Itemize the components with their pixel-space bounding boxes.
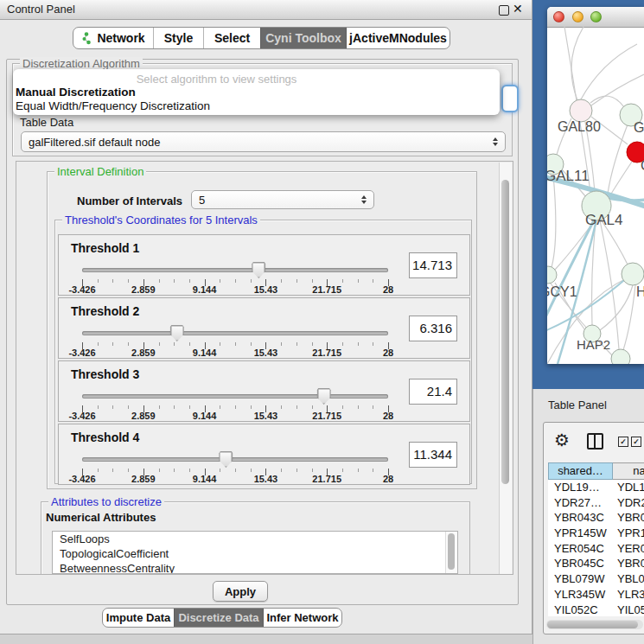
threshold-slider[interactable] (82, 387, 388, 405)
slider-thumb[interactable] (170, 325, 184, 341)
tick-label: -3.426 (68, 284, 95, 295)
threshold-slider[interactable] (82, 450, 388, 468)
network-node[interactable] (611, 349, 630, 364)
tick-label: 21.715 (312, 474, 341, 484)
settings-scroll-panel: Interval Definition Number of Intervals … (16, 161, 513, 575)
tab-discretize-data[interactable]: Discretize Data (174, 609, 264, 627)
window-title: Control Panel (7, 3, 75, 16)
number-of-intervals-combobox[interactable]: 5 (191, 190, 374, 209)
tick-label: 15.43 (254, 411, 278, 421)
table-row[interactable]: YDR27…YDR27 (548, 495, 644, 511)
tab-impute-data-label: Impute Data (106, 611, 170, 624)
threshold-value-field[interactable]: 6.316 (409, 316, 457, 341)
tick-label: -3.426 (68, 348, 95, 358)
network-edge[interactable] (600, 220, 619, 349)
gear-icon[interactable]: ⚙ (554, 430, 570, 450)
tab-jactivemnodules[interactable]: jActiveMNodules (347, 28, 450, 48)
algorithm-combobox[interactable] (501, 85, 519, 112)
network-edge[interactable] (571, 27, 583, 100)
tick-label: -3.426 (68, 411, 95, 421)
table-panel-title: Table Panel (548, 399, 607, 411)
minimize-traffic-light-icon[interactable] (572, 11, 583, 22)
tab-select[interactable]: Select (203, 28, 260, 48)
table-row[interactable]: YBR043CYBR04 (548, 510, 644, 526)
number-of-intervals-value: 5 (192, 194, 358, 207)
combo-spinner-icon[interactable] (358, 195, 370, 204)
threshold-value-field[interactable]: 21.4 (409, 379, 457, 405)
apply-button[interactable]: Apply (213, 581, 268, 602)
tick-label: 28 (383, 284, 393, 295)
thresholds-group: Threshold's Coordinates for 5 Intervals … (54, 220, 472, 484)
threshold-slider[interactable] (82, 324, 388, 341)
network-edge[interactable] (590, 96, 624, 107)
close-traffic-light-icon[interactable] (553, 11, 564, 22)
settings-vertical-scrollbar[interactable] (499, 163, 512, 574)
table-cell: YBL079W (548, 571, 613, 587)
algorithm-option-equal-width-frequency[interactable]: Equal Width/Frequency Discretization (13, 99, 500, 113)
discretization-algorithm-group-label: Discretization Algorithm (20, 57, 143, 70)
tab-infer-network[interactable]: Infer Network (264, 609, 341, 627)
table-rows: YDL19…YDL19YDR27…YDR27YBR043CYBR04YPR145… (548, 480, 644, 616)
table-column-header[interactable]: name (613, 462, 644, 480)
attribute-list-item[interactable]: BetweennessCentrality (53, 561, 457, 574)
close-icon[interactable]: ✕ (513, 2, 523, 16)
slider-track[interactable] (82, 394, 388, 399)
network-node-label: H (636, 284, 644, 299)
network-edge[interactable] (551, 175, 556, 271)
table-row[interactable]: YIL052CYIL05 (548, 603, 644, 617)
attributes-group: Attributes to discretize Numerical Attri… (41, 501, 470, 575)
table-row[interactable]: YBR045CYBR04 (548, 556, 644, 571)
settings-scrollbar-thumb[interactable] (501, 180, 509, 484)
table-cell: YBR04 (613, 556, 644, 571)
tab-style[interactable]: Style (153, 28, 203, 48)
number-of-intervals-label: Number of Intervals (77, 194, 182, 207)
table-cell: YDR27 (613, 495, 644, 511)
list-scrollbar-thumb[interactable] (448, 533, 455, 570)
attribute-list-item[interactable]: TopologicalCoefficient (53, 546, 457, 561)
network-desktop-area: GAL80GACGAL11GAL4GCY1HHAP2 (532, 0, 644, 389)
tab-cyni-toolbox[interactable]: Cyni Toolbox (260, 28, 347, 48)
network-view-window[interactable]: GAL80GACGAL11GAL4GCY1HHAP2 (547, 7, 644, 364)
zoom-traffic-light-icon[interactable] (590, 11, 602, 22)
threshold-slider[interactable] (82, 261, 388, 278)
table-scrollbar-thumb[interactable] (547, 621, 638, 628)
table-horizontal-scrollbar[interactable] (546, 620, 643, 629)
network-edge[interactable] (609, 162, 632, 198)
network-edge[interactable] (581, 44, 637, 99)
slider-thumb[interactable] (252, 262, 265, 278)
threshold-block: Threshold 2-3.4262.8599.14415.4321.71528… (58, 297, 470, 359)
threshold-value-field[interactable]: 14.713 (409, 252, 457, 278)
tick-label: 15.43 (254, 284, 278, 295)
bottom-tab-bar: Impute Data Discretize Data Infer Networ… (102, 608, 342, 628)
slider-thumb[interactable] (219, 451, 233, 468)
table-row[interactable]: YBL079WYBL07 (548, 571, 644, 587)
table-panel: Table Panel ⚙ ✓ ✓ shared…name YDL19…YDL1… (532, 389, 644, 644)
slider-track[interactable] (82, 268, 388, 272)
columns-icon[interactable] (587, 433, 603, 450)
table-data-combobox[interactable]: galFiltered.sif default node (21, 131, 506, 152)
slider-track[interactable] (82, 457, 388, 462)
network-node[interactable] (622, 263, 644, 285)
checkbox-icon[interactable]: ✓ (618, 437, 628, 447)
tick-label: 28 (383, 474, 393, 484)
slider-track[interactable] (82, 331, 388, 335)
tab-infer-network-label: Infer Network (266, 611, 338, 624)
combo-spinner-icon[interactable] (489, 137, 501, 146)
checkbox-icon[interactable]: ✓ (631, 437, 641, 447)
table-row[interactable]: YER054CYER05 (548, 541, 644, 557)
table-row[interactable]: YDL19…YDL19 (548, 480, 644, 495)
table-row[interactable]: YPR145WYPR14 (548, 526, 644, 541)
table-row[interactable]: YLR345WYLR34 (548, 587, 644, 603)
attribute-list-item[interactable]: SelfLoops (53, 532, 457, 546)
network-graph-canvas[interactable]: GAL80GACGAL11GAL4GCY1HHAP2 (547, 27, 644, 364)
tab-network[interactable]: Network (73, 28, 153, 48)
tab-impute-data[interactable]: Impute Data (103, 609, 174, 627)
cyni-toolbox-panel: Discretization Algorithm Table Data galF… (6, 59, 519, 605)
numerical-attributes-list[interactable]: SelfLoopsTopologicalCoefficientBetweenne… (52, 531, 458, 574)
slider-thumb[interactable] (317, 388, 331, 405)
algorithm-option-manual-discretization[interactable]: Manual Discretization (13, 86, 500, 99)
float-window-icon[interactable] (499, 5, 509, 16)
list-scrollbar[interactable] (445, 532, 457, 573)
threshold-value-field[interactable]: 11.344 (409, 442, 457, 468)
table-column-header[interactable]: shared… (548, 462, 613, 480)
